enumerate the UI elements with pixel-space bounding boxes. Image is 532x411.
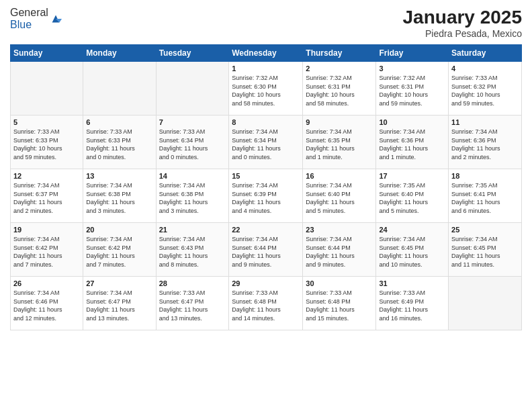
calendar-cell: 15Sunrise: 7:34 AM Sunset: 6:39 PM Dayli… <box>229 169 303 223</box>
calendar-week-5: 26Sunrise: 7:34 AM Sunset: 6:46 PM Dayli… <box>11 277 522 330</box>
col-friday: Friday <box>376 45 449 62</box>
day-number: 27 <box>86 279 152 287</box>
calendar-cell: 27Sunrise: 7:34 AM Sunset: 6:47 PM Dayli… <box>83 277 156 330</box>
logo-icon <box>50 13 62 25</box>
calendar-cell: 10Sunrise: 7:34 AM Sunset: 6:36 PM Dayli… <box>376 116 449 169</box>
day-info: Sunrise: 7:34 AM Sunset: 6:43 PM Dayligh… <box>159 235 226 269</box>
day-info: Sunrise: 7:34 AM Sunset: 6:45 PM Dayligh… <box>451 235 519 269</box>
day-number: 3 <box>379 64 445 73</box>
day-info: Sunrise: 7:32 AM Sunset: 6:31 PM Dayligh… <box>379 74 445 107</box>
day-number: 20 <box>86 226 152 234</box>
calendar-cell: 6Sunrise: 7:33 AM Sunset: 6:33 PM Daylig… <box>83 116 156 169</box>
day-number: 22 <box>232 226 300 234</box>
calendar-week-4: 19Sunrise: 7:34 AM Sunset: 6:42 PM Dayli… <box>11 223 522 277</box>
calendar-cell: 22Sunrise: 7:34 AM Sunset: 6:44 PM Dayli… <box>229 223 303 277</box>
calendar-cell: 14Sunrise: 7:34 AM Sunset: 6:38 PM Dayli… <box>156 169 229 223</box>
day-number: 13 <box>86 172 152 180</box>
calendar-cell <box>83 62 156 116</box>
calendar-cell: 9Sunrise: 7:34 AM Sunset: 6:35 PM Daylig… <box>303 116 376 169</box>
calendar-cell <box>156 62 229 116</box>
day-info: Sunrise: 7:34 AM Sunset: 6:45 PM Dayligh… <box>379 235 445 269</box>
calendar-cell: 13Sunrise: 7:34 AM Sunset: 6:38 PM Dayli… <box>83 169 156 223</box>
day-number: 17 <box>379 172 445 180</box>
calendar-cell: 17Sunrise: 7:35 AM Sunset: 6:40 PM Dayli… <box>376 169 449 223</box>
calendar-cell: 4Sunrise: 7:33 AM Sunset: 6:32 PM Daylig… <box>449 62 522 116</box>
day-number: 1 <box>232 64 300 73</box>
logo: General Blue <box>10 7 62 31</box>
calendar-cell: 12Sunrise: 7:34 AM Sunset: 6:37 PM Dayli… <box>11 169 83 223</box>
calendar-subtitle: Piedra Pesada, Mexico <box>403 28 522 39</box>
day-info: Sunrise: 7:34 AM Sunset: 6:47 PM Dayligh… <box>86 289 152 322</box>
day-info: Sunrise: 7:34 AM Sunset: 6:42 PM Dayligh… <box>13 235 80 269</box>
day-info: Sunrise: 7:33 AM Sunset: 6:48 PM Dayligh… <box>232 289 300 322</box>
logo-blue: Blue <box>10 19 32 30</box>
day-info: Sunrise: 7:33 AM Sunset: 6:32 PM Dayligh… <box>451 74 519 107</box>
day-number: 15 <box>232 172 300 180</box>
day-number: 10 <box>379 118 445 126</box>
day-number: 4 <box>451 64 519 73</box>
calendar-cell: 2Sunrise: 7:32 AM Sunset: 6:31 PM Daylig… <box>303 62 376 116</box>
calendar-cell: 24Sunrise: 7:34 AM Sunset: 6:45 PM Dayli… <box>376 223 449 277</box>
col-thursday: Thursday <box>303 45 376 62</box>
day-info: Sunrise: 7:32 AM Sunset: 6:31 PM Dayligh… <box>306 74 373 107</box>
calendar-cell: 5Sunrise: 7:33 AM Sunset: 6:33 PM Daylig… <box>11 116 83 169</box>
day-number: 26 <box>13 279 80 287</box>
day-number: 30 <box>306 279 373 287</box>
day-number: 31 <box>379 279 445 287</box>
calendar-week-2: 5Sunrise: 7:33 AM Sunset: 6:33 PM Daylig… <box>11 116 522 169</box>
calendar-table: Sunday Monday Tuesday Wednesday Thursday… <box>10 44 522 330</box>
day-info: Sunrise: 7:34 AM Sunset: 6:35 PM Dayligh… <box>306 128 373 161</box>
day-info: Sunrise: 7:33 AM Sunset: 6:48 PM Dayligh… <box>306 289 373 322</box>
col-tuesday: Tuesday <box>156 45 229 62</box>
calendar-cell: 29Sunrise: 7:33 AM Sunset: 6:48 PM Dayli… <box>229 277 303 330</box>
day-number: 24 <box>379 226 445 234</box>
day-info: Sunrise: 7:34 AM Sunset: 6:36 PM Dayligh… <box>451 128 519 161</box>
calendar-cell: 18Sunrise: 7:35 AM Sunset: 6:41 PM Dayli… <box>449 169 522 223</box>
day-info: Sunrise: 7:33 AM Sunset: 6:34 PM Dayligh… <box>159 128 226 161</box>
day-info: Sunrise: 7:34 AM Sunset: 6:36 PM Dayligh… <box>379 128 445 161</box>
col-wednesday: Wednesday <box>229 45 303 62</box>
calendar-cell: 11Sunrise: 7:34 AM Sunset: 6:36 PM Dayli… <box>449 116 522 169</box>
calendar-cell: 26Sunrise: 7:34 AM Sunset: 6:46 PM Dayli… <box>11 277 83 330</box>
day-number: 16 <box>306 172 373 180</box>
day-number: 7 <box>159 118 226 126</box>
calendar-cell: 7Sunrise: 7:33 AM Sunset: 6:34 PM Daylig… <box>156 116 229 169</box>
day-number: 5 <box>13 118 80 126</box>
calendar-cell: 20Sunrise: 7:34 AM Sunset: 6:42 PM Dayli… <box>83 223 156 277</box>
day-info: Sunrise: 7:34 AM Sunset: 6:34 PM Dayligh… <box>232 128 300 161</box>
calendar-cell: 16Sunrise: 7:34 AM Sunset: 6:40 PM Dayli… <box>303 169 376 223</box>
calendar-cell: 8Sunrise: 7:34 AM Sunset: 6:34 PM Daylig… <box>229 116 303 169</box>
day-info: Sunrise: 7:34 AM Sunset: 6:44 PM Dayligh… <box>232 235 300 269</box>
day-info: Sunrise: 7:33 AM Sunset: 6:47 PM Dayligh… <box>159 289 226 322</box>
day-info: Sunrise: 7:34 AM Sunset: 6:38 PM Dayligh… <box>159 181 226 215</box>
day-number: 2 <box>306 64 373 73</box>
day-info: Sunrise: 7:33 AM Sunset: 6:33 PM Dayligh… <box>86 128 152 161</box>
col-sunday: Sunday <box>11 45 83 62</box>
day-number: 23 <box>306 226 373 234</box>
day-number: 8 <box>232 118 300 126</box>
col-monday: Monday <box>83 45 156 62</box>
day-number: 6 <box>86 118 152 126</box>
day-info: Sunrise: 7:34 AM Sunset: 6:37 PM Dayligh… <box>13 181 80 215</box>
day-number: 25 <box>451 226 519 234</box>
day-info: Sunrise: 7:34 AM Sunset: 6:44 PM Dayligh… <box>306 235 373 269</box>
calendar-cell: 31Sunrise: 7:33 AM Sunset: 6:49 PM Dayli… <box>376 277 449 330</box>
day-number: 18 <box>451 172 519 180</box>
calendar-week-3: 12Sunrise: 7:34 AM Sunset: 6:37 PM Dayli… <box>11 169 522 223</box>
day-info: Sunrise: 7:34 AM Sunset: 6:40 PM Dayligh… <box>306 181 373 215</box>
day-info: Sunrise: 7:35 AM Sunset: 6:40 PM Dayligh… <box>379 181 445 215</box>
day-info: Sunrise: 7:33 AM Sunset: 6:33 PM Dayligh… <box>13 128 80 161</box>
day-number: 21 <box>159 226 226 234</box>
day-number: 11 <box>451 118 519 126</box>
calendar-cell: 23Sunrise: 7:34 AM Sunset: 6:44 PM Dayli… <box>303 223 376 277</box>
day-number: 29 <box>232 279 300 287</box>
logo-general: General <box>10 7 48 18</box>
calendar-cell <box>11 62 83 116</box>
calendar-cell: 30Sunrise: 7:33 AM Sunset: 6:48 PM Dayli… <box>303 277 376 330</box>
day-number: 9 <box>306 118 373 126</box>
calendar-week-1: 1Sunrise: 7:32 AM Sunset: 6:30 PM Daylig… <box>11 62 522 116</box>
logo-text: General Blue <box>10 7 48 31</box>
day-info: Sunrise: 7:34 AM Sunset: 6:39 PM Dayligh… <box>232 181 300 215</box>
day-info: Sunrise: 7:34 AM Sunset: 6:46 PM Dayligh… <box>13 289 80 322</box>
calendar-cell: 21Sunrise: 7:34 AM Sunset: 6:43 PM Dayli… <box>156 223 229 277</box>
